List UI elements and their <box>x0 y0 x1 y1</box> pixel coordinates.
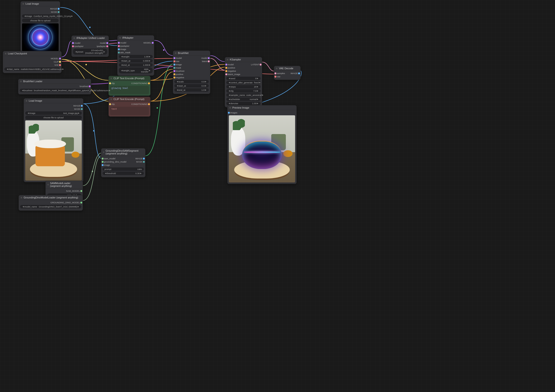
input-attn-mask: attn_mask <box>119 51 131 54</box>
node-load-image-b[interactable]: Load Image IMAGE MASK ◀imagetest_image.j… <box>24 98 83 182</box>
steps-widget[interactable]: ◀steps20▶ <box>226 85 261 88</box>
svg-point-2 <box>93 130 95 131</box>
input-ipadapter: ipadapter <box>73 45 84 48</box>
node-load-checkpoint[interactable]: Load Checkpoint MODEL CLIP VAE ◀ckpt_nam… <box>3 51 62 73</box>
node-ipadapter-loader[interactable]: IPAdapter Unified Loader modelmodel ipad… <box>71 36 109 57</box>
start-at-widget[interactable]: ◀start_at0.000▶ <box>119 59 153 63</box>
image-preview-portal <box>22 23 58 51</box>
prompt-widget[interactable]: promptcake <box>103 167 144 171</box>
chevron-left-icon[interactable]: ◀ <box>24 15 26 17</box>
sampler-name-widget[interactable]: ◀sampler_nameeuler_ancestral▶ <box>226 93 261 97</box>
ckpt-name-selector[interactable]: ◀ckpt_namerealisticVisionV60B1_v51VAE.sa… <box>4 67 60 71</box>
image-preview-cake <box>25 120 82 181</box>
node-load-image-a[interactable]: Load Image IMAGE MASK ◀imageComfyUI_temp… <box>20 1 60 53</box>
output-image: IMAGE <box>73 104 82 108</box>
input-model: model <box>226 63 234 66</box>
output-conditioning: CONDITIONING <box>131 82 149 85</box>
chevron-right-icon[interactable]: ▶ <box>71 15 73 17</box>
node-ipadapter[interactable]: IPAdapter modelMODEL ipadapter image att… <box>117 35 154 76</box>
node-brushnet-loader[interactable]: BrushNet Loader brushnet ◀brushnetbrushn… <box>18 79 91 94</box>
input-sam-model: sam_model <box>103 157 115 160</box>
svg-point-4 <box>92 171 93 172</box>
output-sam-model: SAM_MODEL <box>66 189 81 193</box>
seed-widget[interactable]: ◀seed0▶ <box>226 77 261 80</box>
input-positive: positive <box>175 73 183 76</box>
node-preview-image[interactable]: Preview Image images <box>227 105 297 184</box>
end-at-widget[interactable]: ◀end_at1.000▶ <box>119 63 153 67</box>
svg-point-3 <box>157 107 158 109</box>
input-image: image <box>103 163 110 167</box>
chevron-left-icon[interactable]: ◀ <box>75 51 77 53</box>
svg-point-5 <box>163 49 164 51</box>
node-clip-text-encode-negative[interactable]: CLIP Text Encode (Prompt) clipCONDITIONI… <box>108 97 151 117</box>
output-ipadapter: ipadapter <box>97 45 107 48</box>
weight-widget[interactable]: ◀weight1.00▶ <box>119 55 153 58</box>
output-brushnet: brushnet <box>80 85 90 88</box>
input-model: model <box>73 41 80 45</box>
node-vae-decode[interactable]: VAE Decode samplesIMAGE vae <box>274 66 301 80</box>
input-mask: mask <box>175 66 181 69</box>
input-samples: samples <box>275 72 285 75</box>
scale-widget[interactable]: ◀scale0.9▶ <box>175 80 209 83</box>
start-at-widget[interactable]: ◀start_at0.0▶ <box>175 84 209 87</box>
chevron-right-icon[interactable]: ▶ <box>103 51 105 53</box>
scheduler-widget[interactable]: ◀schedulernormal▶ <box>226 97 261 101</box>
input-brushnet: brushnet <box>175 69 184 73</box>
control-after-generate-widget[interactable]: ◀control_after_generatefixed▶ <box>226 81 261 84</box>
image-preview-output <box>229 115 295 182</box>
node-title[interactable]: IPAdapter Unified Loader <box>72 36 109 41</box>
model-name-selector[interactable]: ◀model_nameGroundingDINO_SwinT_OGC (694M… <box>20 205 81 208</box>
node-title[interactable]: VAE Decode <box>274 66 300 71</box>
input-model: model <box>175 57 182 60</box>
upload-button[interactable]: choose file to upload <box>22 19 58 22</box>
denoise-widget[interactable]: ◀denoise1.00▶ <box>226 102 261 105</box>
node-clip-text-encode-positive[interactable]: CLIP Text Encode (Prompt) clipCONDITIONI… <box>108 76 151 96</box>
prompt-textarea[interactable]: text <box>110 107 149 115</box>
prompt-textarea[interactable]: glowing bowl <box>110 86 149 94</box>
node-title[interactable]: BrushNet Loader <box>18 79 91 84</box>
node-title[interactable]: GroundingDinoModelLoader (segment anythi… <box>19 195 83 200</box>
threshold-widget[interactable]: ◀threshold0.30▶ <box>103 172 144 175</box>
cfg-widget[interactable]: ◀cfg7.0▶ <box>226 89 261 93</box>
output-model: MODEL <box>143 41 153 44</box>
node-ksampler[interactable]: KSampler modelLATENT positive negative l… <box>225 57 262 108</box>
node-title[interactable]: GroundingDinoSAMSegment (segment anythin… <box>101 148 145 156</box>
output-latent: LATENT <box>251 63 261 66</box>
output-conditioning: CONDITIONING <box>131 102 149 106</box>
node-title[interactable]: KSampler <box>225 57 262 62</box>
input-positive: positive <box>226 66 235 69</box>
node-title[interactable]: CLIP Text Encode (Prompt) <box>109 97 150 102</box>
node-brushnet[interactable]: BrushNet modelmodel vaelatent image mask… <box>173 51 210 94</box>
node-title[interactable]: Load Image <box>24 98 83 103</box>
node-title[interactable]: Load Image <box>21 1 60 6</box>
node-title[interactable]: BrushNet <box>173 51 210 56</box>
input-negative: negative <box>175 76 184 79</box>
output-image: IMAGE <box>50 7 58 10</box>
input-image: image <box>119 48 126 51</box>
chevron-right-icon[interactable]: ▶ <box>62 68 64 70</box>
chevron-left-icon[interactable]: ◀ <box>6 68 8 70</box>
output-grounding-dino-model: GROUNDING_DINO_MODEL <box>51 201 81 204</box>
output-model: MODEL <box>51 57 60 60</box>
input-image: image <box>175 63 182 66</box>
input-images: images <box>229 111 237 114</box>
node-grounding-dino-model-loader[interactable]: GroundingDinoModelLoader (segment anythi… <box>19 195 83 211</box>
output-image: IMAGE <box>135 157 144 160</box>
node-title[interactable]: Preview Image <box>227 105 297 110</box>
image-selector[interactable]: ◀imagetest_image.jpg▶ <box>25 111 82 115</box>
weight-type-widget[interactable]: ◀weight_typestyle transfer▶ <box>119 67 153 73</box>
end-at-widget[interactable]: ◀end_at1.0▶ <box>175 88 209 92</box>
svg-point-0 <box>89 27 91 28</box>
node-title[interactable]: CLIP Text Encode (Prompt) <box>109 76 150 81</box>
node-title[interactable]: Load Checkpoint <box>3 51 61 56</box>
node-title[interactable]: IPAdapter <box>117 36 154 40</box>
node-title[interactable]: SAMModelLoader (segment anything) <box>46 181 83 189</box>
preset-selector[interactable]: ◀presetSTANDARD (medium strength)▶ <box>73 49 107 55</box>
input-negative: negative <box>226 69 236 73</box>
output-image: IMAGE <box>291 72 299 75</box>
upload-button[interactable]: choose file to upload <box>25 116 82 119</box>
input-ipadapter: ipadapter <box>119 44 130 48</box>
node-grounding-dino-sam-segment[interactable]: GroundingDinoSAMSegment (segment anythin… <box>101 148 146 177</box>
image-selector[interactable]: ◀imageComfyUI_temp_mynbi_00021_(1).png▶ <box>22 14 58 18</box>
brushnet-selector[interactable]: ◀brushnetbrushnet/random_mask_brushnet_c… <box>20 89 90 92</box>
